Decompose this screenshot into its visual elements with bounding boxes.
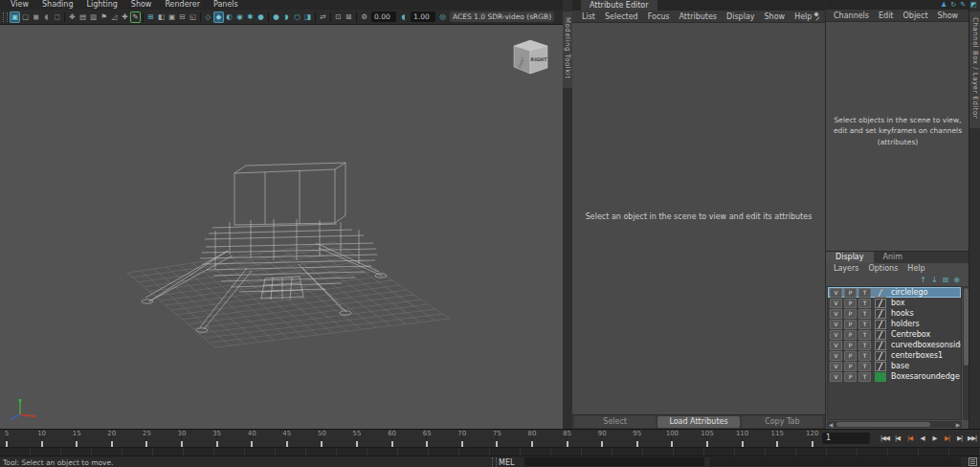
attribute-editor-menu-focus[interactable]: Focus <box>643 12 675 21</box>
layer-toggle-t[interactable]: T <box>858 341 871 350</box>
three-pane-layout-icon[interactable]: ▣ <box>167 11 177 23</box>
step-forward-key-button[interactable]: ▶| <box>941 430 953 447</box>
gate-mask-icon[interactable]: ⚑ <box>99 11 109 23</box>
layer-toggle-p[interactable]: P <box>844 341 857 350</box>
recycle-icon[interactable]: ↻ <box>950 0 956 10</box>
layer-color-swatch[interactable] <box>875 320 886 329</box>
layer-row[interactable]: VPTbase <box>828 361 961 371</box>
attribute-editor-title-tab[interactable]: Attribute Editor <box>581 0 657 11</box>
channel-box-menu-object[interactable]: Object <box>899 11 933 20</box>
gamma-field[interactable]: 1.00 <box>411 11 435 22</box>
layer-color-swatch[interactable] <box>875 309 886 319</box>
move-layer-down-icon[interactable]: ↓ <box>931 276 938 284</box>
screen-ao-icon[interactable]: ● <box>256 11 266 23</box>
layer-row[interactable]: VPTCentrebox <box>828 329 961 340</box>
layer-toggle-v[interactable]: V <box>830 299 842 308</box>
wireframe-display-icon[interactable]: ◇ <box>203 11 213 23</box>
view-transform-icon[interactable]: ◎ <box>437 11 448 23</box>
lock-camera-icon[interactable]: ▢ <box>20 11 31 23</box>
layer-toggle-p[interactable]: P <box>844 330 857 340</box>
mel-label[interactable]: MEL <box>499 458 514 467</box>
play-backwards-button[interactable]: ◀ <box>916 430 928 447</box>
attribute-editor-menu-display[interactable]: Display <box>722 12 760 21</box>
layer-toggle-v[interactable]: V <box>830 288 842 298</box>
viewport-menu-show[interactable]: Show <box>124 0 159 10</box>
layer-toggle-t[interactable]: T <box>858 320 871 329</box>
layer-color-swatch[interactable] <box>875 330 886 340</box>
viewport-menu-renderer[interactable]: Renderer <box>158 0 207 10</box>
step-back-frame-button[interactable]: |◀ <box>891 430 903 447</box>
layer-toggle-p[interactable]: P <box>844 288 857 298</box>
time-slider[interactable]: 5101520253035404550556065707580859095100… <box>0 429 820 448</box>
viewport-canvas[interactable]: RIGHT FRONT <box>0 25 563 429</box>
layer-row[interactable]: VPTcenterboxes1 <box>828 350 961 361</box>
single-pane-layout-icon[interactable]: ⊞ <box>145 11 156 23</box>
bookmark-icon[interactable]: ◖ <box>41 11 52 23</box>
layer-toggle-v[interactable]: V <box>830 320 842 329</box>
snapshot-icon[interactable]: ⊡ <box>333 11 344 23</box>
attribute-editor-menu-show[interactable]: Show <box>760 12 791 21</box>
grease-pencil-icon[interactable]: ✎ <box>130 11 141 23</box>
layer-toggle-v[interactable]: V <box>830 341 842 350</box>
channel-box-menu-channels[interactable]: Channels <box>829 11 874 20</box>
channel-box-layer-editor-tab[interactable]: Channel Box / Layer Editor <box>969 11 980 128</box>
gamma-icon-small[interactable]: ◖ <box>398 11 409 23</box>
viewport-menu-shading[interactable]: Shading <box>35 0 80 10</box>
resolution-gate-icon[interactable]: ▥ <box>88 11 99 23</box>
image-plane-icon[interactable]: ◻ <box>52 11 62 23</box>
mel-command-input[interactable] <box>524 457 704 466</box>
layer-color-swatch[interactable] <box>875 299 886 308</box>
step-back-key-button[interactable]: |◀ <box>903 430 916 447</box>
exposure-icon[interactable]: ● <box>271 11 281 23</box>
layer-color-swatch[interactable] <box>875 288 886 298</box>
view-cube-front-face-label[interactable]: RIGHT <box>530 56 547 62</box>
layer-toggle-p[interactable]: P <box>844 351 857 361</box>
layer-toggle-p[interactable]: P <box>844 299 857 308</box>
layer-color-swatch[interactable] <box>875 351 886 361</box>
layer-list-horizontal-scrollbar[interactable]: ◀ ▶ <box>827 421 962 428</box>
viewport-menu-panels[interactable]: Panels <box>207 0 245 10</box>
layer-editor-tab-display[interactable]: Display <box>826 252 874 263</box>
field-chart-icon[interactable]: ◿ <box>109 11 120 23</box>
bookmark-view-icon[interactable]: ⊠ <box>344 11 354 23</box>
layer-row[interactable]: VPTcirclelego <box>828 287 961 298</box>
layer-color-swatch[interactable] <box>875 372 886 382</box>
layer-toggle-v[interactable]: V <box>830 372 842 382</box>
viewport-menu-view[interactable]: View <box>4 0 35 10</box>
exposure-field[interactable]: 0.00 <box>371 11 396 22</box>
copy-tab-button[interactable]: Copy Tab <box>742 416 823 428</box>
layer-color-swatch[interactable] <box>875 341 886 350</box>
display-settings-gear-icon[interactable]: ⚙ <box>359 11 369 23</box>
attribute-editor-menu-list[interactable]: List <box>577 12 600 21</box>
shaded-display-icon[interactable]: ◆ <box>213 11 224 23</box>
pencil-slider-icon[interactable]: ✎ <box>960 0 966 10</box>
layer-editor-menu-layers[interactable]: Layers <box>829 264 863 273</box>
create-layer-from-selected-icon[interactable]: ⊕ <box>953 276 960 284</box>
layer-editor-menu-options[interactable]: Options <box>863 264 902 273</box>
channel-box-menu-edit[interactable]: Edit <box>874 11 899 20</box>
layer-row[interactable]: VPThooks <box>828 308 961 319</box>
layer-toggle-t[interactable]: T <box>858 288 871 298</box>
two-pane-layout-icon[interactable]: ◧ <box>156 11 167 23</box>
color-management-icon[interactable]: ◨ <box>302 11 313 23</box>
layer-toggle-t[interactable]: T <box>858 372 871 382</box>
view-transform-dropdown[interactable]: ACES 1.0 SDR-video (sRGB) <box>450 11 554 22</box>
attribute-editor-menu-attributes[interactable]: Attributes <box>675 12 723 21</box>
layer-toggle-v[interactable]: V <box>830 351 842 361</box>
viewport-menu-lighting[interactable]: Lighting <box>79 0 123 10</box>
isolate-select-icon[interactable]: ⇄ <box>318 11 328 23</box>
layer-toggle-t[interactable]: T <box>858 351 871 361</box>
perspective-viewport-pane[interactable]: ViewShadingLightingShowRendererPanels ▣▢… <box>0 0 564 429</box>
attribute-editor-menu-help[interactable]: Help <box>790 12 816 21</box>
shadows-display-icon[interactable]: ✱ <box>245 11 256 23</box>
play-forwards-button[interactable]: ▶ <box>928 430 941 447</box>
toolbar-grip[interactable] <box>3 12 8 22</box>
layer-color-swatch[interactable] <box>875 362 886 371</box>
character-icon[interactable]: ♟ <box>941 0 947 10</box>
view-cube[interactable]: RIGHT FRONT <box>510 36 552 77</box>
layer-toggle-t[interactable]: T <box>858 299 871 308</box>
camera-attributes-icon[interactable]: ◼ <box>31 11 41 23</box>
layer-toggle-p[interactable]: P <box>844 372 857 382</box>
layer-row[interactable]: VPTbox <box>828 298 961 308</box>
lighting-display-icon[interactable]: ◉ <box>234 11 245 23</box>
